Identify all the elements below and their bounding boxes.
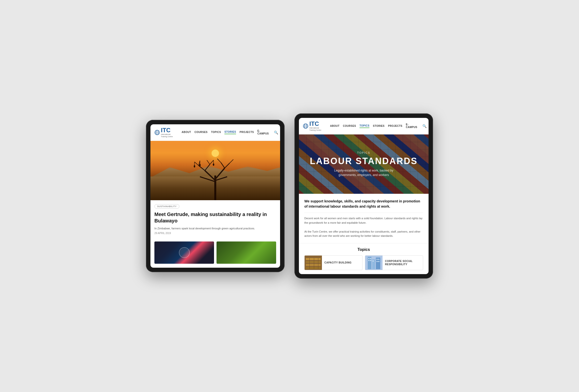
svg-line-16 bbox=[207, 160, 210, 164]
svg-line-13 bbox=[221, 163, 225, 168]
content-divider bbox=[304, 213, 423, 213]
svg-line-18 bbox=[230, 160, 233, 163]
hero-main-title: LABOUR STANDARDS bbox=[310, 156, 417, 166]
svg-rect-49 bbox=[378, 259, 379, 260]
right-search-icon[interactable]: 🔍 bbox=[422, 124, 427, 128]
left-nav-courses[interactable]: COURSES bbox=[195, 131, 208, 134]
right-nav-about[interactable]: ABOUT bbox=[330, 125, 340, 128]
svg-rect-51 bbox=[378, 261, 379, 262]
svg-rect-32 bbox=[306, 258, 321, 260]
right-nav-links: ABOUT COURSES TOPICS STORIES PROJECTS E-… bbox=[330, 123, 417, 129]
svg-point-25 bbox=[213, 163, 214, 166]
svg-rect-42 bbox=[376, 258, 380, 269]
left-nav-projects[interactable]: PROJECTS bbox=[239, 131, 254, 134]
svg-rect-44 bbox=[370, 258, 371, 259]
topic-label-capacity: CAPACITY BUILDING bbox=[322, 259, 354, 266]
topic-img-capacity bbox=[305, 256, 322, 270]
left-hero-image bbox=[150, 141, 280, 200]
thumbnail-tunnel[interactable] bbox=[154, 241, 214, 264]
left-nav-topics[interactable]: TOPICS bbox=[211, 131, 221, 134]
svg-rect-34 bbox=[306, 264, 321, 266]
screen-container: ITC International Training Centre ABOUT … bbox=[146, 113, 433, 279]
svg-line-11 bbox=[205, 164, 210, 170]
topics-section: Topics bbox=[299, 243, 429, 274]
left-nav-stories[interactable]: STORIES bbox=[224, 130, 236, 134]
svg-line-17 bbox=[210, 160, 214, 164]
right-hero: TOPICS LABOUR STANDARDS Legally-establis… bbox=[299, 134, 429, 194]
left-nav-about[interactable]: ABOUT bbox=[182, 131, 191, 134]
right-content: We support knowledge, skills, and capaci… bbox=[299, 194, 429, 243]
svg-rect-50 bbox=[377, 261, 378, 262]
left-logo[interactable]: ITC International Training Centre bbox=[154, 127, 177, 138]
right-nav: ITC International Training Centre ABOUT … bbox=[299, 118, 429, 134]
hero-text-overlay: TOPICS LABOUR STANDARDS Legally-establis… bbox=[299, 134, 429, 194]
right-nav-ecampus[interactable]: E-CAMPUS bbox=[406, 123, 417, 129]
svg-rect-47 bbox=[373, 261, 374, 262]
intro-bold: We support knowledge, skills, and capaci… bbox=[304, 199, 423, 209]
tablet-left-screen: ITC International Training Centre ABOUT … bbox=[150, 124, 280, 268]
right-logo-itc-text: ITC bbox=[309, 120, 319, 127]
left-nav-links: ABOUT COURSES TOPICS STORIES PROJECTS E-… bbox=[182, 129, 269, 135]
topics-heading: Topics bbox=[304, 247, 423, 252]
intro-body-1: Decent work for all women and men starts… bbox=[304, 216, 423, 225]
svg-rect-45 bbox=[368, 260, 369, 261]
topic-img-csr bbox=[365, 256, 382, 270]
right-logo[interactable]: ITC International Training Centre bbox=[303, 121, 325, 131]
topic-card-capacity[interactable]: CAPACITY BUILDING bbox=[304, 255, 362, 270]
right-nav-projects[interactable]: PROJECTS bbox=[388, 125, 402, 128]
right-nav-stories[interactable]: STORIES bbox=[373, 125, 384, 128]
svg-rect-46 bbox=[370, 260, 371, 261]
article-title: Meet Gertrude, making sustainability a r… bbox=[154, 211, 276, 224]
left-search-icon[interactable]: 🔍 bbox=[274, 130, 278, 134]
hero-subtitle: Legally-established rights at work, back… bbox=[327, 168, 401, 177]
left-nav-ecampus[interactable]: E-CAMPUS bbox=[257, 129, 269, 135]
intro-body-2: At the Turin Centre, we offer practical … bbox=[304, 230, 423, 238]
logo-itc-text: ITC bbox=[161, 127, 170, 133]
hero-tree-svg bbox=[150, 141, 280, 200]
right-nav-courses[interactable]: COURSES bbox=[343, 125, 356, 128]
right-logo-subtitle: International Training Centre bbox=[309, 127, 325, 131]
left-thumbnails bbox=[150, 241, 280, 268]
svg-point-23 bbox=[199, 164, 201, 166]
svg-rect-35 bbox=[306, 267, 321, 269]
hero-label: TOPICS bbox=[357, 151, 370, 154]
logo-subtitle-left: International Training Centre bbox=[161, 133, 177, 138]
topics-grid: CAPACITY BUILDING bbox=[304, 255, 423, 270]
topic-label-csr: CORPORATE SOCIAL RESPONSIBILITY bbox=[382, 258, 423, 268]
svg-line-12 bbox=[225, 163, 230, 168]
tablet-right-screen: ITC International Training Centre ABOUT … bbox=[299, 118, 429, 274]
svg-rect-33 bbox=[306, 261, 321, 263]
svg-line-14 bbox=[195, 162, 199, 166]
topic-card-csr[interactable]: CORPORATE SOCIAL RESPONSIBILITY bbox=[365, 255, 423, 270]
svg-rect-43 bbox=[368, 258, 369, 259]
thumbnail-people[interactable] bbox=[217, 241, 276, 264]
article-tag: SUSTAINABILITY bbox=[154, 204, 179, 209]
tablet-left: ITC International Training Centre ABOUT … bbox=[146, 120, 285, 272]
left-article: SUSTAINABILITY Meet Gertrude, making sus… bbox=[150, 200, 280, 242]
svg-point-21 bbox=[194, 165, 195, 168]
tablet-right: ITC International Training Centre ABOUT … bbox=[294, 113, 433, 279]
left-nav: ITC International Training Centre ABOUT … bbox=[150, 124, 280, 141]
svg-line-19 bbox=[217, 159, 221, 163]
svg-rect-48 bbox=[377, 259, 378, 260]
svg-line-10 bbox=[199, 166, 205, 170]
article-description: In Zimbabwe, farmers spark local develop… bbox=[154, 226, 276, 231]
right-nav-topics[interactable]: TOPICS bbox=[360, 124, 369, 128]
article-date: 29 APRIL 2019 bbox=[154, 232, 276, 234]
